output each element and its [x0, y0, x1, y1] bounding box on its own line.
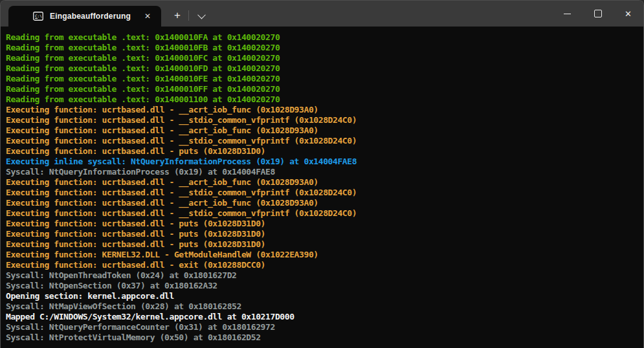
- terminal-line: Syscall: NtQueryPerformanceCounter (0x31…: [6, 322, 638, 332]
- terminal-window: C:\ Eingabeaufforderung ✕ + ✕: [0, 0, 644, 348]
- terminal-line: Syscall: NtOpenSection (0x37) at 0x18016…: [6, 281, 638, 291]
- terminal-line: Reading from executable .text: 0x1400010…: [6, 84, 638, 94]
- terminal-line: Reading from executable .text: 0x1400011…: [6, 94, 638, 105]
- svg-text:C:\: C:\: [35, 14, 42, 18]
- terminal-output[interactable]: Reading from executable .text: 0x1400010…: [1, 27, 643, 348]
- terminal-line: Syscall: NtMapViewOfSection (0x28) at 0x…: [6, 301, 638, 312]
- terminal-line: Mapped C:/WINDOWS/System32/kernel.appcor…: [6, 312, 638, 322]
- terminal-line: Executing function: ucrtbased.dll - __st…: [6, 115, 638, 125]
- terminal-line: Reading from executable .text: 0x1400010…: [6, 32, 638, 43]
- maximize-button[interactable]: [583, 1, 613, 27]
- terminal-line: Executing function: ucrtbased.dll - __st…: [6, 208, 638, 219]
- terminal-line: Reading from executable .text: 0x1400010…: [6, 53, 638, 63]
- terminal-line: Executing function: ucrtbased.dll - __st…: [6, 136, 638, 146]
- terminal-line: Syscall: NtOpenThreadToken (0x24) at 0x1…: [6, 270, 638, 281]
- terminal-line: Executing function: ucrtbased.dll - puts…: [6, 146, 638, 157]
- new-tab-button[interactable]: +: [168, 6, 187, 25]
- terminal-line: Reading from executable .text: 0x1400010…: [6, 63, 638, 74]
- terminal-line: Syscall: NtProtectVirtualMemory (0x50) a…: [6, 332, 638, 343]
- chevron-down-icon: [197, 10, 206, 19]
- terminal-line: Executing function: ucrtbased.dll - __st…: [6, 188, 638, 198]
- terminal-line: Executing inline syscall: NtQueryInforma…: [6, 157, 638, 167]
- terminal-line: Executing function: ucrtbased.dll - puts…: [6, 229, 638, 239]
- close-icon: ✕: [625, 10, 632, 18]
- terminal-line: Executing function: ucrtbased.dll - __ac…: [6, 105, 638, 115]
- plus-icon: +: [174, 9, 181, 22]
- terminal-line: Syscall: NtQueryInformationProcess (0x19…: [6, 167, 638, 177]
- maximize-icon: [594, 10, 602, 17]
- terminal-line: Executing function: ucrtbased.dll - __ac…: [6, 177, 638, 188]
- tabbar-separator: [188, 10, 189, 21]
- close-button[interactable]: ✕: [613, 1, 643, 27]
- tab-title: Eingabeaufforderung: [50, 12, 140, 21]
- terminal-line: Opening section: kernel.appcore.dll: [6, 291, 638, 301]
- tab-close-icon[interactable]: ✕: [140, 9, 155, 23]
- tab-dropdown-button[interactable]: [192, 6, 211, 25]
- terminal-line: Executing function: ucrtbased.dll - puts…: [6, 239, 638, 250]
- terminal-line: Executing function: ucrtbased.dll - puts…: [6, 219, 638, 229]
- tab-eingabeaufforderung[interactable]: C:\ Eingabeaufforderung ✕: [8, 6, 161, 27]
- terminal-line: Reading from executable .text: 0x1400010…: [6, 74, 638, 84]
- terminal-line: Executing function: ucrtbased.dll - __ac…: [6, 125, 638, 136]
- terminal-line: Executing function: KERNEL32.DLL - GetMo…: [6, 250, 638, 260]
- minimize-button[interactable]: [552, 1, 583, 27]
- minimize-icon: [564, 14, 571, 14]
- window-controls: ✕: [552, 1, 643, 27]
- terminal-line: Reading from executable .text: 0x1400010…: [6, 43, 638, 53]
- titlebar-drag-region[interactable]: [211, 1, 552, 27]
- cmd-prompt-icon: C:\: [33, 11, 43, 21]
- titlebar: C:\ Eingabeaufforderung ✕ + ✕: [1, 1, 643, 27]
- terminal-line: Executing function: ucrtbased.dll - exit…: [6, 260, 638, 270]
- terminal-line: Executing function: ucrtbased.dll - __ac…: [6, 198, 638, 208]
